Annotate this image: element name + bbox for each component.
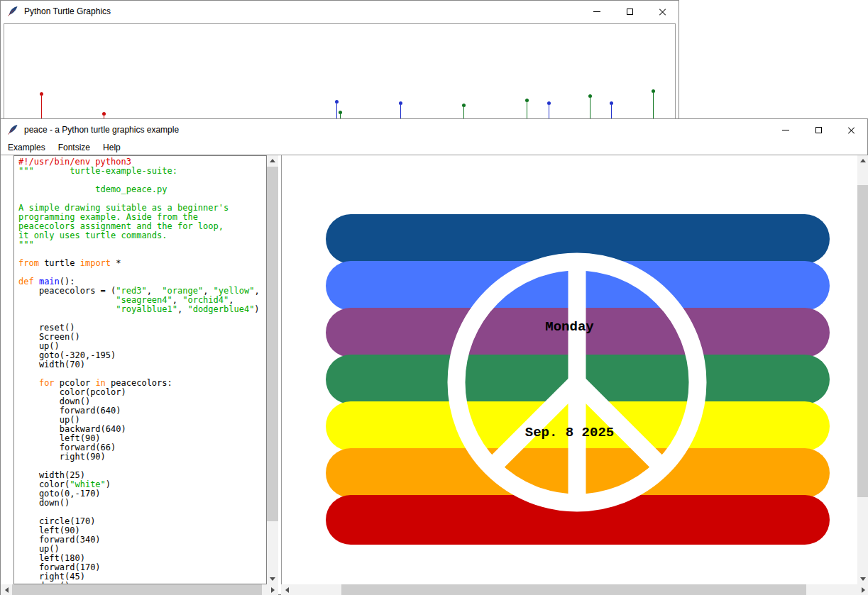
fg-window-title: peace - a Python turtle graphics example <box>24 125 179 135</box>
close-icon <box>659 8 666 16</box>
scrollbar-thumb[interactable] <box>12 584 262 595</box>
arrow-right-icon <box>862 587 865 593</box>
menu-examples[interactable]: Examples <box>2 141 53 155</box>
close-icon <box>847 126 855 134</box>
turtle-figure <box>41 92 43 121</box>
bg-window-controls <box>581 1 679 22</box>
code-line: "royalblue1", "dodgerblue4") <box>18 305 266 314</box>
scroll-right-button[interactable] <box>857 584 868 595</box>
menu-fontsize[interactable]: Fontsize <box>53 141 97 155</box>
code-horizontal-scrollbar[interactable] <box>1 584 278 595</box>
arrow-up-icon <box>270 159 275 162</box>
scroll-up-button[interactable] <box>267 155 278 166</box>
bg-titlebar: Python Turtle Graphics <box>1 1 679 22</box>
date-label: Sep. 8 2025 <box>282 425 857 440</box>
minimize-icon <box>782 130 789 130</box>
code-line: tdemo_peace.py <box>18 185 266 194</box>
peace-window: peace - a Python turtle graphics example… <box>0 118 868 595</box>
scroll-left-button[interactable] <box>1 584 12 595</box>
bg-window-title: Python Turtle Graphics <box>24 6 111 16</box>
canvas-horizontal-scrollbar[interactable] <box>281 584 868 595</box>
fg-window-controls <box>769 119 867 140</box>
fg-maximize-button[interactable] <box>802 119 835 140</box>
fg-minimize-button[interactable] <box>769 119 802 140</box>
scroll-left-button[interactable] <box>281 584 292 595</box>
code-text: #!/usr/bin/env python3""" turtle-example… <box>14 156 266 584</box>
scrollbar-thumb[interactable] <box>857 185 868 497</box>
demo-content: #!/usr/bin/env python3""" turtle-example… <box>1 155 867 594</box>
fg-titlebar: peace - a Python turtle graphics example <box>1 119 867 140</box>
maximize-icon <box>627 9 633 15</box>
arrow-left-icon <box>5 587 9 593</box>
bg-minimize-button[interactable] <box>581 1 613 22</box>
scroll-down-button[interactable] <box>267 574 278 584</box>
scroll-down-button[interactable] <box>857 574 868 584</box>
code-viewer[interactable]: #!/usr/bin/env python3""" turtle-example… <box>13 155 267 584</box>
turtle-figure <box>653 89 655 123</box>
arrow-left-icon <box>285 587 289 593</box>
tk-feather-icon <box>7 6 18 17</box>
code-line: it only uses turtle commands. <box>18 231 266 240</box>
arrow-right-icon <box>271 587 275 593</box>
weekday-label: Monday <box>282 319 857 335</box>
code-line: """ <box>18 240 266 250</box>
menubar: Examples Fontsize Help <box>1 140 867 155</box>
code-line: from turtle import * <box>18 259 266 268</box>
code-line: right(90) <box>18 452 266 462</box>
tk-feather-icon <box>7 124 18 135</box>
arrow-down-icon <box>860 577 866 581</box>
scroll-right-button[interactable] <box>267 584 278 595</box>
code-line: width(70) <box>18 360 266 369</box>
peace-drawing-canvas[interactable]: Monday Sep. 8 2025 <box>281 155 857 584</box>
code-vertical-scrollbar[interactable] <box>267 155 278 584</box>
arrow-up-icon <box>860 159 866 162</box>
maximize-icon <box>815 127 822 133</box>
fg-close-button[interactable] <box>835 119 867 140</box>
bg-maximize-button[interactable] <box>613 1 646 22</box>
canvas-vertical-scrollbar[interactable] <box>857 155 868 584</box>
menu-help[interactable]: Help <box>97 141 128 155</box>
bg-close-button[interactable] <box>646 1 679 22</box>
scrollbar-thumb[interactable] <box>267 167 278 521</box>
code-line: down() <box>18 499 266 508</box>
peace-symbol <box>282 155 857 584</box>
arrow-down-icon <box>270 577 275 581</box>
minimize-icon <box>593 11 600 12</box>
scroll-up-button[interactable] <box>857 155 868 166</box>
scrollbar-thumb[interactable] <box>341 584 806 595</box>
code-line: """ turtle-example-suite: <box>18 167 266 176</box>
